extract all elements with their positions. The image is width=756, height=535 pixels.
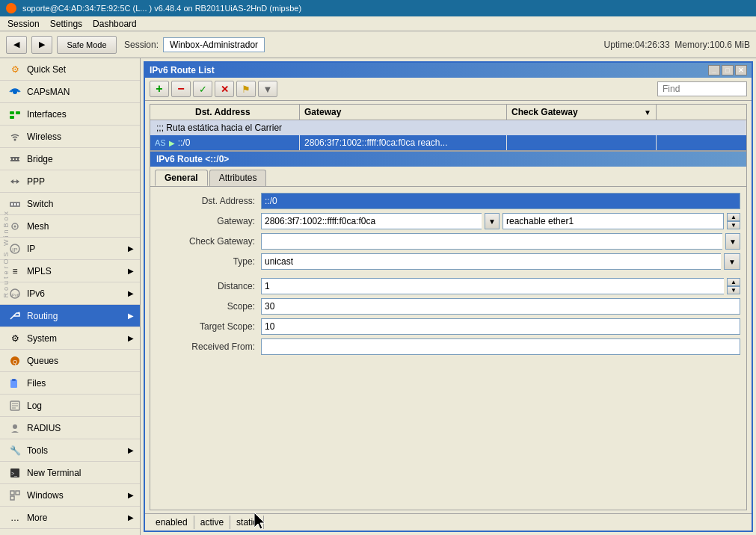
sidebar-item-mpls[interactable]: ≡ MPLS ▶ [0, 260, 140, 282]
windows-arrow: ▶ [128, 491, 134, 499]
sidebar-item-tools[interactable]: 🔧 Tools ▶ [0, 439, 140, 462]
sidebar-item-system[interactable]: ⚙ System ▶ [0, 327, 140, 350]
type-dropdown[interactable]: ▼ [724, 253, 740, 270]
sidebar-item-files[interactable]: Files [0, 372, 140, 395]
distance-spin-up[interactable]: ▲ [727, 278, 740, 286]
scope-input[interactable] [261, 298, 740, 315]
gateway-input[interactable] [261, 213, 482, 229]
enable-route-button[interactable]: ✓ [193, 81, 212, 97]
svg-rect-2 [16, 111, 20, 114]
safe-mode-button[interactable]: Safe Mode [57, 36, 117, 54]
sidebar-label-ipv6: IPv6 [27, 288, 45, 299]
field-dst-address: Dst. Address: [156, 193, 740, 209]
sidebar-item-capsman[interactable]: CAPsMAN [0, 81, 140, 103]
check-gateway-input[interactable] [261, 233, 722, 250]
mpls-arrow: ▶ [128, 267, 134, 275]
sidebar-label-ip: IP [27, 244, 35, 254]
interfaces-icon [9, 108, 21, 120]
type-input[interactable] [261, 253, 721, 270]
sidebar-label-new-terminal: New Terminal [27, 468, 81, 478]
sidebar-item-wireless[interactable]: Wireless [0, 126, 140, 148]
sidebar-item-new-terminal[interactable]: >_ New Terminal [0, 462, 140, 484]
sidebar-item-ipv6[interactable]: IPv6 IPv6 ▶ [0, 282, 140, 305]
svg-text:>_: >_ [11, 471, 17, 477]
filter-button[interactable]: ▼ [258, 81, 277, 97]
distance-input[interactable] [261, 278, 724, 294]
sidebar-item-radius[interactable]: RADIUS [0, 417, 140, 439]
row-flags: AS ▶ ::/0 [150, 135, 300, 150]
title-bar: soporte@C4:AD:34:7E:92:5C (L... ) v6.48.… [0, 0, 756, 16]
check-gateway-dropdown[interactable]: ▼ [725, 233, 740, 250]
add-route-button[interactable]: + [150, 81, 169, 97]
memory-label: Memory: [674, 40, 710, 50]
distance-spin-down[interactable]: ▼ [727, 286, 740, 294]
received-from-input[interactable] [261, 338, 740, 355]
forward-button[interactable]: ▶ [31, 36, 52, 54]
window-titlebar: IPv6 Route List _ □ ✕ [145, 63, 752, 78]
sidebar-item-ip[interactable]: IP IP ▶ [0, 238, 140, 260]
target-scope-input[interactable] [261, 318, 740, 335]
col-check-gateway: Check Gateway ▼ [507, 105, 657, 120]
gateway-spin-up[interactable]: ▲ [727, 213, 740, 221]
menu-session[interactable]: Session [3, 18, 44, 30]
maximize-button[interactable]: □ [722, 65, 734, 75]
routing-arrow: ▶ [128, 312, 134, 320]
system-icon: ⚙ [9, 333, 21, 344]
detail-titlebar: IPv6 Route <::/0> [150, 152, 746, 167]
sidebar-item-log[interactable]: Log [0, 395, 140, 417]
sidebar-item-quick-set[interactable]: ⚙ Quick Set [0, 58, 140, 81]
queues-icon: Q [9, 355, 21, 367]
uptime-value: 04:26:33 [635, 40, 670, 50]
minimize-button[interactable]: _ [708, 65, 720, 75]
app-icon [6, 3, 16, 13]
svg-rect-14 [17, 203, 19, 205]
gateway-spin-down[interactable]: ▼ [727, 221, 740, 229]
menu-settings[interactable]: Settings [46, 18, 87, 30]
toolbar: ◀ ▶ Safe Mode Session: Winbox-Administra… [0, 31, 756, 58]
sidebar-item-windows[interactable]: Windows ▶ [0, 484, 140, 507]
sidebar-item-more[interactable]: … More ▶ [0, 507, 140, 529]
svg-point-16 [14, 225, 16, 227]
route-toolbar: + − ✓ ✕ ⚑ ▼ [145, 78, 752, 101]
menu-dashboard[interactable]: Dashboard [88, 18, 141, 30]
status-active: active [194, 516, 230, 529]
sidebar-label-more: More [27, 513, 47, 523]
svg-point-30 [13, 424, 17, 429]
svg-rect-3 [10, 116, 14, 119]
sidebar-item-interfaces[interactable]: Interfaces [0, 103, 140, 126]
svg-rect-1 [10, 111, 14, 114]
find-input[interactable] [657, 81, 747, 96]
tab-attributes[interactable]: Attributes [209, 170, 267, 186]
gateway-label: Gateway: [156, 216, 261, 226]
scope-label: Scope: [156, 301, 261, 312]
svg-rect-7 [11, 157, 13, 161]
gateway-dropdown-button[interactable]: ▼ [485, 213, 500, 229]
target-scope-field [261, 318, 740, 335]
route-table: Dst. Address Gateway Check Gateway ▼ [150, 104, 747, 151]
remove-route-button[interactable]: − [171, 81, 191, 97]
gateway-right-input[interactable] [503, 213, 724, 229]
sidebar-label-routing: Routing [27, 311, 58, 321]
detail-title: IPv6 Route <::/0> [156, 154, 229, 164]
sidebar-item-ppp[interactable]: PPP [0, 170, 140, 193]
close-button[interactable]: ✕ [735, 65, 747, 75]
svg-point-4 [14, 138, 16, 140]
dst-address-input[interactable] [261, 193, 740, 209]
sidebar-item-queues[interactable]: Q Queues [0, 350, 140, 372]
sidebar-item-routing[interactable]: Routing ▶ [0, 305, 140, 327]
col-gateway: Gateway [300, 105, 507, 120]
ppp-icon [9, 176, 21, 188]
sidebar-item-mesh[interactable]: Mesh [0, 215, 140, 238]
svg-rect-9 [14, 157, 16, 161]
switch-icon [9, 198, 21, 210]
disable-route-button[interactable]: ✕ [215, 81, 234, 97]
table-section-header[interactable]: ;;; Ruta estática hacia el Carrier [150, 120, 746, 135]
flag-route-button[interactable]: ⚑ [236, 81, 256, 97]
table-row[interactable]: AS ▶ ::/0 2806:3f7:1002::ffff:f0ca:f0ca … [150, 135, 746, 150]
sidebar-item-bridge[interactable]: Bridge [0, 148, 140, 170]
sidebar-item-switch[interactable]: Switch [0, 193, 140, 215]
tab-general[interactable]: General [155, 170, 208, 186]
back-button[interactable]: ◀ [6, 36, 27, 54]
svg-marker-21 [17, 312, 19, 315]
menu-bar: Session Settings Dashboard [0, 16, 756, 31]
